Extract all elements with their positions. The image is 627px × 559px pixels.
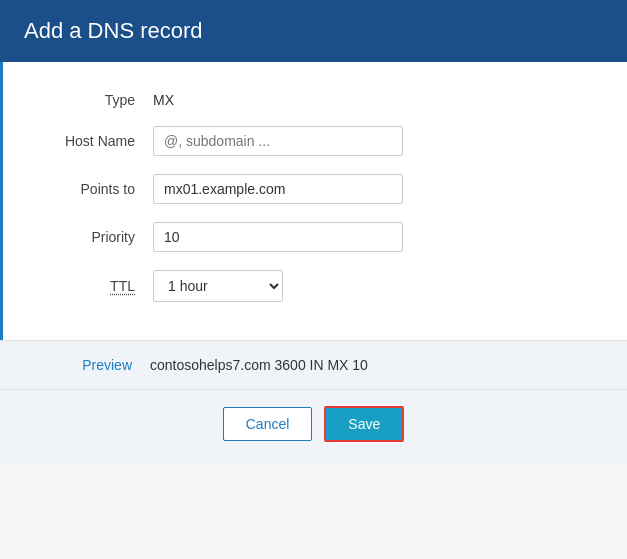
form-content: Type MX Host Name Points to Priority TTL… bbox=[0, 62, 627, 340]
preview-label: Preview bbox=[40, 357, 150, 373]
save-button[interactable]: Save bbox=[324, 406, 404, 442]
priority-label: Priority bbox=[43, 229, 153, 245]
button-section: Cancel Save bbox=[0, 389, 627, 462]
hostname-label: Host Name bbox=[43, 133, 153, 149]
priority-input[interactable] bbox=[153, 222, 403, 252]
points-to-row: Points to bbox=[43, 174, 587, 204]
points-to-input[interactable] bbox=[153, 174, 403, 204]
preview-value: contosohelps7.com 3600 IN MX 10 bbox=[150, 357, 368, 373]
ttl-select[interactable]: 1 hour 30 minutes 2 hours 4 hours 8 hour… bbox=[153, 270, 283, 302]
hostname-input[interactable] bbox=[153, 126, 403, 156]
hostname-row: Host Name bbox=[43, 126, 587, 156]
type-label: Type bbox=[43, 92, 153, 108]
points-to-label: Points to bbox=[43, 181, 153, 197]
ttl-label: TTL bbox=[43, 278, 153, 294]
ttl-row: TTL 1 hour 30 minutes 2 hours 4 hours 8 … bbox=[43, 270, 587, 302]
type-row: Type MX bbox=[43, 92, 587, 108]
priority-row: Priority bbox=[43, 222, 587, 252]
preview-section: Preview contosohelps7.com 3600 IN MX 10 bbox=[0, 341, 627, 389]
page-title: Add a DNS record bbox=[24, 18, 603, 44]
page-header: Add a DNS record bbox=[0, 0, 627, 62]
cancel-button[interactable]: Cancel bbox=[223, 407, 313, 441]
type-value: MX bbox=[153, 92, 174, 108]
